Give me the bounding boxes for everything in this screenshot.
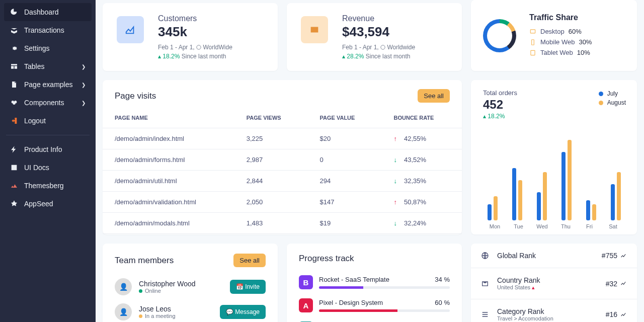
customers-period: Feb 1 - Apr 1, WorldWide <box>158 44 232 51</box>
chart-legend: July August <box>599 89 626 107</box>
avatar: 👤 <box>115 278 132 295</box>
rank-icon <box>481 310 490 318</box>
rank-sub: Travel > Accomodation <box>497 315 599 321</box>
member-status: Online <box>139 288 223 294</box>
message-button[interactable]: 💬 Message <box>220 305 266 319</box>
orders-card: Total orders 452 ▴ 18.2% July August Mon… <box>471 80 637 234</box>
table-row[interactable]: /demo/admin/validation.html2,050$147↑50,… <box>103 192 462 213</box>
bar <box>611 184 615 220</box>
revenue-label: Revenue <box>342 14 415 23</box>
progress-item: BRocket - SaaS Template34 % <box>299 271 450 294</box>
nav-icon <box>10 117 18 125</box>
sidebar-item-themesberg[interactable]: Themesberg <box>4 177 92 195</box>
nav-label: Components <box>24 99 64 107</box>
bar <box>488 204 492 220</box>
chevron-right-icon: ❯ <box>82 82 86 88</box>
nav-icon <box>10 26 18 34</box>
table-row[interactable]: /demo/admin/util.html2,844294↓32,35% <box>103 171 462 192</box>
bar <box>561 152 566 220</box>
member-status: In a meeting <box>139 313 213 319</box>
nav-label: UI Docs <box>24 164 49 172</box>
invite-button[interactable]: 📅 Invite <box>230 280 266 294</box>
traffic-row: Desktop 60% <box>529 26 592 37</box>
svg-rect-4 <box>532 39 534 45</box>
nav-label: Page examples <box>24 80 73 89</box>
cash-register-icon <box>301 16 328 43</box>
team-title: Team members <box>115 256 174 266</box>
customers-change: ▴ 18.2% Since last month <box>158 53 232 60</box>
revenue-period: Feb 1 - Apr 1, Worldwide <box>342 44 415 51</box>
nav-icon <box>10 80 18 89</box>
nav-icon <box>10 200 18 208</box>
member-name[interactable]: Jose Leos <box>139 305 213 313</box>
see-all-team-button[interactable]: See all <box>233 254 266 267</box>
customers-card: Customers 345k Feb 1 - Apr 1, WorldWide … <box>103 3 278 71</box>
progress-bar <box>319 309 450 312</box>
traffic-row: Tablet Web 10% <box>529 47 592 58</box>
rank-value: #16 <box>606 310 627 318</box>
chart-line-icon <box>117 16 144 43</box>
traffic-share-card: Traffic Share Desktop 60%Mobile Web 30%T… <box>471 0 637 71</box>
nav-icon <box>10 44 18 52</box>
table-row[interactable]: /demo/admin/modals.html1,483$19↓32,24% <box>103 213 462 234</box>
svg-rect-5 <box>531 50 535 55</box>
nav-label: Transactions <box>24 26 64 34</box>
table-header: PAGE VIEWS <box>234 108 308 128</box>
bar-group <box>532 172 551 220</box>
nav-label: Dashboard <box>24 8 59 16</box>
table-header: PAGE VALUE <box>308 108 382 128</box>
sidebar-item-product-info[interactable]: Product Info <box>4 140 92 158</box>
bar <box>543 172 547 220</box>
team-member: 👤Christopher WoodOnline📅 Invite <box>115 274 266 299</box>
progress-bar <box>319 286 450 289</box>
bar-group <box>606 172 625 220</box>
revenue-change: ▴ 28.2% Since last month <box>342 53 415 60</box>
bar <box>568 140 572 220</box>
traffic-title: Traffic Share <box>529 13 592 22</box>
project-icon: A <box>299 298 313 312</box>
nav-icon <box>10 62 18 70</box>
orders-bar-chart <box>483 120 625 220</box>
orders-change: ▴ 18.2% <box>483 113 625 120</box>
sidebar-item-transactions[interactable]: Transactions <box>4 21 92 39</box>
see-all-visits-button[interactable]: See all <box>418 89 450 103</box>
sidebar-item-dashboard[interactable]: Dashboard <box>4 3 92 21</box>
nav-label: AppSeed <box>24 200 53 208</box>
bar <box>617 172 621 220</box>
progress-item: VSpaces - Listings Template45 % <box>299 317 450 322</box>
member-name[interactable]: Christopher Wood <box>139 280 223 288</box>
nav-label: Settings <box>24 44 50 52</box>
table-row[interactable]: /demo/admin/index.html3,225$20↑42,55% <box>103 128 462 149</box>
sidebar-item-components[interactable]: Components❯ <box>4 94 92 112</box>
bar <box>518 180 522 220</box>
bar-group <box>557 140 576 220</box>
sidebar-item-settings[interactable]: Settings <box>4 39 92 57</box>
bar <box>512 168 516 220</box>
sidebar-item-page-examples[interactable]: Page examples❯ <box>4 75 92 94</box>
table-row[interactable]: /demo/admin/forms.html2,9870↓43,52% <box>103 149 462 171</box>
bar <box>586 200 590 220</box>
avatar: 👤 <box>115 303 132 320</box>
nav-label: Product Info <box>24 145 62 153</box>
svg-rect-3 <box>530 29 535 33</box>
svg-point-2 <box>381 45 385 49</box>
sidebar-item-tables[interactable]: Tables❯ <box>4 57 92 75</box>
chevron-right-icon: ❯ <box>82 64 86 69</box>
sidebar-item-appseed[interactable]: AppSeed <box>4 195 92 213</box>
rank-sub: United States ▴ <box>497 284 599 291</box>
rank-row: Country RankUnited States ▴#32 <box>471 268 637 299</box>
donut-chart <box>483 19 516 52</box>
sidebar-item-ui-docs[interactable]: UI Docs <box>4 158 92 177</box>
table-header: PAGE NAME <box>103 108 234 128</box>
visits-table: PAGE NAMEPAGE VIEWSPAGE VALUEBOUNCE RATE… <box>103 108 462 234</box>
nav-label: Tables <box>24 62 44 70</box>
rank-row: Global Rank#755 <box>471 244 637 268</box>
team-member: 👤Jose LeosIn a meeting💬 Message <box>115 299 266 322</box>
revenue-value: $43,594 <box>342 24 415 40</box>
nav-icon <box>10 164 18 172</box>
sidebar-item-logout[interactable]: Logout <box>4 112 92 130</box>
nav-label: Logout <box>24 117 46 125</box>
revenue-card: Revenue $43,594 Feb 1 - Apr 1, Worldwide… <box>287 3 462 71</box>
table-header: BOUNCE RATE <box>382 108 462 128</box>
main-content: Customers 345k Feb 1 - Apr 1, WorldWide … <box>96 0 644 322</box>
